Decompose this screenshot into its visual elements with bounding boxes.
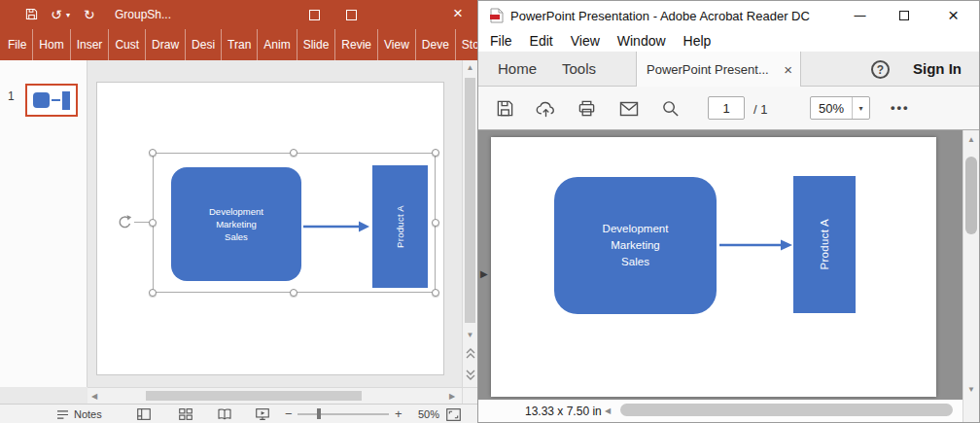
page-number-input[interactable]: 1	[708, 96, 745, 120]
reading-view-icon[interactable]	[218, 408, 231, 420]
close-tab-icon[interactable]: ×	[784, 61, 792, 78]
menu-file[interactable]: File	[481, 30, 521, 52]
selection-handle-bottom-middle[interactable]	[290, 289, 298, 297]
slide-thumbnail[interactable]	[25, 84, 78, 117]
save-icon[interactable]	[25, 8, 38, 20]
ribbon-tab-draw[interactable]: Draw	[146, 29, 186, 60]
scroll-up-icon[interactable]: ▲	[963, 135, 979, 145]
print-icon[interactable]	[578, 99, 596, 118]
vertical-scrollbar[interactable]: ▲ ▼	[462, 60, 477, 387]
menu-edit[interactable]: Edit	[521, 30, 562, 52]
ribbon-display-options-icon[interactable]	[309, 10, 320, 20]
slideshow-view-icon[interactable]	[256, 408, 269, 420]
product-shape-text: Product A	[819, 219, 830, 270]
zoom-slider-thumb[interactable]	[317, 408, 321, 419]
ribbon-tab-insert[interactable]: Inser	[71, 29, 110, 60]
undo-dropdown-caret-icon[interactable]: ▾	[66, 12, 70, 19]
menu-help[interactable]: Help	[675, 30, 720, 52]
selection-handle-top-middle[interactable]	[290, 149, 298, 157]
ribbon-tab-review[interactable]: Revie	[335, 29, 378, 60]
process-shape-text-line: Marketing	[611, 237, 660, 254]
previous-slide-icon[interactable]	[466, 348, 475, 359]
rotate-handle-icon[interactable]	[117, 214, 133, 230]
selection-handle-bottom-left[interactable]	[149, 289, 157, 297]
search-icon[interactable]	[661, 99, 680, 118]
ribbon-tab-slideshow[interactable]: Slide	[298, 29, 336, 60]
connector-arrow[interactable]	[302, 220, 370, 233]
menu-view[interactable]: View	[562, 30, 609, 52]
fit-slide-to-window-icon[interactable]	[446, 408, 461, 421]
zoom-level[interactable]: 50%	[418, 407, 439, 421]
ribbon-tab-storyboarding[interactable]: Story	[456, 29, 477, 60]
process-shape: Development Marketing Sales	[554, 177, 717, 314]
chevron-down-icon[interactable]: ▾	[852, 97, 869, 119]
pdf-page: Development Marketing Sales Product A	[491, 137, 936, 397]
close-icon[interactable]: ×	[928, 1, 979, 29]
notes-button[interactable]: Notes	[74, 407, 102, 421]
ribbon-tab-bar: File Hom Inser Cust Draw Desi Tran Anim …	[0, 29, 477, 60]
scroll-up-icon[interactable]: ▲	[463, 63, 477, 73]
vertical-scrollbar[interactable]: ▲ ▼	[962, 130, 979, 400]
ribbon-tab-design[interactable]: Desi	[186, 29, 222, 60]
zoom-dropdown[interactable]: 50% ▾	[810, 96, 870, 120]
cloud-upload-icon[interactable]	[535, 99, 557, 118]
ribbon-tab-home[interactable]: Hom	[33, 29, 70, 60]
horizontal-scrollbar[interactable]: ◀ ▶	[88, 387, 462, 404]
scrollbar-thumb[interactable]	[465, 78, 475, 323]
powerpoint-status-bar: Notes − + 50%	[0, 404, 477, 423]
acrobat-app-icon	[490, 8, 504, 23]
maximize-icon[interactable]	[882, 1, 926, 29]
tab-home[interactable]: Home	[498, 52, 537, 87]
scroll-left-icon[interactable]: ◀	[91, 392, 97, 402]
ribbon-tab-view[interactable]: View	[378, 29, 416, 60]
zoom-slider-track[interactable]	[298, 413, 389, 415]
show-panel-icon[interactable]: ▶	[480, 268, 488, 280]
ribbon-tab-animations[interactable]: Anim	[258, 29, 297, 60]
restore-window-icon[interactable]	[346, 10, 357, 20]
menu-window[interactable]: Window	[609, 30, 675, 52]
product-shape[interactable]: Product A	[372, 165, 428, 288]
scroll-left-icon[interactable]: ◀	[605, 406, 611, 416]
selection-handle-bottom-right[interactable]	[432, 289, 439, 297]
zoom-out-button[interactable]: −	[285, 406, 293, 421]
acrobat-menu-bar: File Edit View Window Help	[478, 30, 979, 52]
ribbon-tab-transitions[interactable]: Tran	[222, 29, 258, 60]
more-tools-icon[interactable]: •••	[891, 100, 910, 115]
ribbon-tab-custom[interactable]: Cust	[109, 29, 146, 60]
scroll-right-icon[interactable]: ▶	[449, 392, 455, 402]
tab-document[interactable]: PowerPoint Present... ×	[636, 52, 801, 87]
zoom-in-button[interactable]: +	[395, 406, 402, 421]
window-title: PowerPoint Presentation - Adobe Acrobat …	[510, 9, 810, 24]
powerpoint-window: ↺ ▾ ↻ GroupSh... × File Hom Inser Cust D…	[0, 0, 477, 423]
selection-handle-middle-right[interactable]	[432, 219, 439, 227]
sign-in-button[interactable]: Sign In	[913, 52, 962, 87]
selection-handle-middle-left[interactable]	[149, 219, 157, 227]
notes-icon[interactable]	[56, 409, 69, 420]
undo-icon[interactable]: ↺	[51, 6, 62, 23]
product-shape-text: Product A	[395, 205, 405, 248]
selection-handle-top-right[interactable]	[432, 149, 439, 157]
save-icon[interactable]	[496, 99, 514, 118]
email-icon[interactable]	[619, 101, 639, 117]
tab-tools[interactable]: Tools	[562, 52, 596, 87]
selection-handle-top-left[interactable]	[149, 149, 157, 157]
minimize-icon[interactable]: —	[838, 1, 882, 29]
normal-view-icon[interactable]	[137, 408, 151, 420]
process-shape-text-line: Marketing	[216, 218, 257, 230]
close-icon[interactable]: ×	[438, 0, 477, 29]
ribbon-tab-developer[interactable]: Deve	[416, 29, 456, 60]
process-shape-text-line: Development	[603, 221, 669, 237]
process-shape[interactable]: Development Marketing Sales	[171, 167, 301, 281]
redo-icon[interactable]: ↻	[84, 6, 95, 23]
ribbon-tab-file[interactable]: File	[2, 29, 33, 60]
slide-sorter-view-icon[interactable]	[179, 408, 192, 420]
help-icon[interactable]: ?	[871, 60, 890, 79]
scrollbar-thumb[interactable]	[965, 157, 977, 234]
rotate-handle-connector	[134, 222, 149, 223]
scroll-down-icon[interactable]: ▼	[963, 385, 979, 395]
scroll-down-icon[interactable]: ▼	[463, 331, 477, 340]
scrollbar-thumb[interactable]	[146, 391, 362, 401]
scrollbar-thumb[interactable]	[620, 404, 953, 416]
slide[interactable]: Development Marketing Sales Product A	[97, 83, 443, 374]
next-slide-icon[interactable]	[466, 370, 475, 380]
